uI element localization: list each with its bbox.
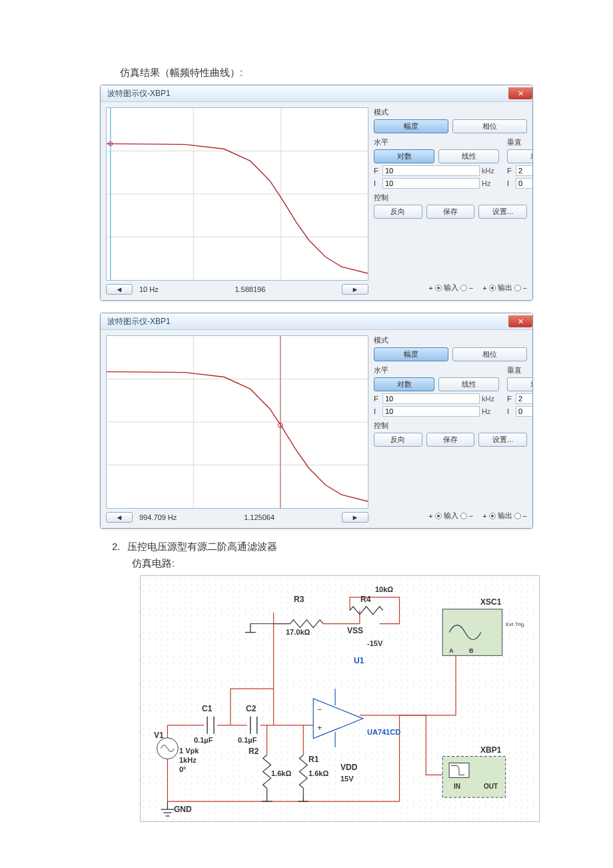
output-label: 输出 (498, 283, 512, 293)
h-F-input[interactable] (382, 393, 480, 404)
VSS-label: VSS (347, 626, 363, 635)
out-plus-radio[interactable] (489, 513, 496, 519)
vertical-label: 垂直 (507, 137, 533, 147)
h-I-input[interactable] (382, 406, 480, 417)
out-minus-radio[interactable] (514, 513, 521, 519)
reverse-button[interactable]: 反向 (374, 433, 422, 447)
circuit-schematic[interactable]: − + R3 (140, 575, 540, 822)
save-button[interactable]: 保存 (426, 205, 475, 219)
C1-label: C1 (202, 704, 212, 713)
save-button[interactable]: 保存 (426, 433, 475, 447)
bode-plot-1[interactable] (106, 107, 368, 281)
V1-phase: 0° (179, 765, 187, 773)
out-minus-radio[interactable] (514, 285, 521, 291)
v-log-button[interactable]: 对数 (507, 149, 533, 163)
horizontal-label: 水平 (374, 365, 499, 375)
C1-value: 0.1µF (194, 736, 213, 744)
R1-label: R1 (308, 755, 318, 764)
h-I-unit: Hz (482, 407, 499, 415)
subsection-caption: 仿真电路: (132, 557, 533, 570)
h-lin-button[interactable]: 线性 (438, 149, 499, 163)
cursor-frequency: 994.709 Hz (139, 513, 177, 521)
R3-label: R3 (294, 595, 304, 604)
VSS-value: -15V (367, 639, 382, 647)
titlebar[interactable]: 波特图示仪-XBP1 ✕ (101, 85, 532, 102)
R2-label: R2 (249, 747, 259, 756)
R4-label: R4 (360, 595, 370, 604)
h-log-button[interactable]: 对数 (374, 377, 434, 391)
cursor-value: 1.125064 (244, 513, 275, 521)
R4-value: 10kΩ (375, 585, 393, 593)
svg-text:−: − (317, 705, 322, 714)
cursor-frequency: 10 Hz (139, 285, 159, 293)
svg-text:+: + (317, 723, 322, 733)
output-label: 输出 (498, 511, 512, 521)
XBP1-out: OUT (484, 783, 498, 790)
GND-label: GND (174, 805, 192, 814)
close-icon[interactable]: ✕ (508, 315, 532, 327)
XSC1-A: A (449, 647, 454, 654)
horizontal-label: 水平 (374, 137, 499, 147)
XBP1-label: XBP1 (480, 745, 501, 755)
bode-plot-2[interactable] (106, 335, 368, 509)
U1-label: U1 (354, 656, 364, 665)
h-log-button[interactable]: 对数 (374, 149, 434, 163)
scroll-right-button[interactable]: ► (342, 284, 368, 295)
XSC1-B: B (469, 647, 474, 654)
bode-window-2: 波特图示仪-XBP1 ✕ ◄ 994.709 Hz (100, 313, 533, 529)
window-title: 波特图示仪-XBP1 (107, 316, 171, 327)
v-I-input[interactable] (516, 406, 533, 417)
cursor-value: 1.588196 (235, 285, 265, 293)
phase-button[interactable]: 相位 (452, 347, 527, 361)
I-label: I (374, 179, 380, 187)
phase-button[interactable]: 相位 (452, 119, 527, 133)
I-label-v: I (507, 407, 514, 415)
input-label: 输入 (444, 511, 458, 521)
settings-button[interactable]: 设置... (478, 433, 527, 447)
scroll-left-button[interactable]: ◄ (106, 284, 133, 295)
v-log-button[interactable]: 对数 (507, 377, 533, 391)
control-panel: 模式 幅度 相位 水平 对数 线性 FkHz IHz 垂直 (374, 107, 527, 295)
result-caption: 仿真结果（幅频特性曲线）: (120, 67, 533, 79)
in-plus-radio[interactable] (435, 513, 442, 519)
titlebar[interactable]: 波特图示仪-XBP1 ✕ (101, 313, 532, 330)
v-F-input[interactable] (516, 393, 533, 404)
input-label: 输入 (444, 283, 458, 293)
I-label: I (374, 407, 380, 415)
XSC1-label: XSC1 (480, 597, 501, 607)
magnitude-button[interactable]: 幅度 (374, 347, 448, 361)
F-label: F (374, 167, 380, 175)
V1-label: V1 (154, 731, 164, 740)
scroll-left-button[interactable]: ◄ (106, 512, 133, 523)
in-minus-radio[interactable] (460, 513, 467, 519)
section-title: 压控电压源型有源二阶高通滤波器 (127, 541, 277, 553)
magnitude-button[interactable]: 幅度 (374, 119, 448, 133)
window-title: 波特图示仪-XBP1 (107, 88, 171, 99)
bode-window-1: 波特图示仪-XBP1 ✕ ◄ 10 Hz (100, 85, 533, 301)
settings-button[interactable]: 设置... (478, 205, 527, 219)
scroll-right-button[interactable]: ► (342, 512, 368, 523)
section-number: 2. (112, 541, 121, 553)
XBP1-in: IN (454, 783, 460, 790)
V1-freq: 1kHz (179, 756, 197, 764)
v-F-input[interactable] (516, 165, 533, 176)
in-minus-radio[interactable] (460, 285, 467, 291)
in-plus-radio[interactable] (435, 285, 442, 291)
h-lin-button[interactable]: 线性 (438, 377, 499, 391)
h-F-input[interactable] (382, 165, 480, 176)
h-I-input[interactable] (382, 178, 480, 189)
C2-value: 0.1µF (238, 736, 257, 744)
VDD-value: 15V (340, 775, 354, 783)
h-F-unit: kHz (482, 395, 499, 403)
vertical-label: 垂直 (507, 365, 533, 375)
R1-value: 1.6kΩ (308, 769, 328, 777)
reverse-button[interactable]: 反向 (374, 205, 422, 219)
h-F-unit: kHz (482, 167, 499, 175)
close-icon[interactable]: ✕ (508, 87, 532, 99)
F-label: F (374, 395, 380, 403)
v-I-input[interactable] (516, 178, 533, 189)
out-plus-radio[interactable] (489, 285, 496, 291)
mode-label: 模式 (374, 335, 527, 345)
I-label-v: I (507, 179, 514, 187)
V1-amp: 1 Vpk (179, 747, 199, 755)
